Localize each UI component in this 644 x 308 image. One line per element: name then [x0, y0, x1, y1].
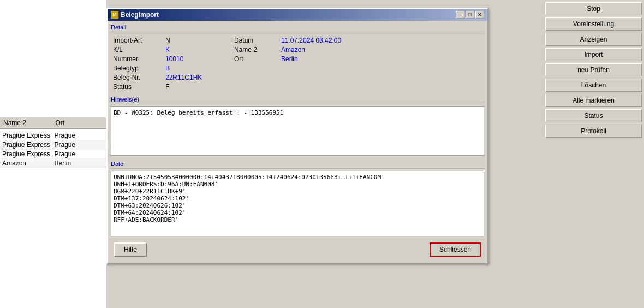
import-art-value: N [165, 37, 231, 44]
list-col-name2: Name 2 [2, 119, 52, 127]
anzeigen-button[interactable]: Anzeigen [545, 33, 642, 46]
belegtyp-label: Belegtyp [113, 64, 162, 72]
minimize-button[interactable]: ─ [456, 11, 464, 19]
nummer-label: Nummer [113, 55, 162, 63]
dialog-title-left: M Belegimport [111, 11, 159, 19]
name2-label: Name 2 [234, 46, 278, 54]
hinweise-label: Hinweis(e) [111, 96, 484, 104]
belegimport-dialog: M Belegimport ─ □ ✕ Detail Import-Art N … [106, 8, 488, 264]
datei-textarea[interactable] [111, 171, 484, 236]
empty3 [234, 74, 278, 81]
dialog-controls: ─ □ ✕ [456, 11, 484, 19]
import-button[interactable]: Import [545, 48, 642, 61]
empty2 [281, 64, 482, 72]
empty6 [281, 83, 482, 91]
list-cell-ort: Berlin [55, 159, 105, 167]
nummer-value: 10010 [165, 55, 231, 63]
kl-value: K [165, 46, 231, 54]
list-cell-name2: Pragiue Express [2, 132, 52, 139]
list-cell-name2: Amazon [2, 159, 52, 167]
detail-section: Detail Import-Art N Datum 11.07.2024 08:… [111, 24, 484, 93]
hilfe-button[interactable]: Hilfe [114, 242, 147, 257]
alle-markieren-button[interactable]: Alle markieren [545, 94, 642, 107]
status-label: Status [113, 83, 162, 91]
list-header: Name 2 Ort [0, 117, 106, 129]
empty1 [234, 64, 278, 72]
dialog-footer: Hilfe Schliessen [111, 242, 484, 260]
list-rows: Pragiue Express Prague Pragiue Express P… [0, 131, 106, 168]
hinweise-section: Hinweis(e) [111, 96, 484, 157]
detail-grid: Import-Art N Datum 11.07.2024 08:42:00 K… [111, 34, 484, 93]
hinweise-textarea[interactable] [111, 106, 484, 156]
dialog-body: Detail Import-Art N Datum 11.07.2024 08:… [108, 21, 487, 263]
import-art-label: Import-Art [113, 37, 162, 44]
list-item[interactable]: Pragiue Express Prague [0, 140, 106, 150]
beleg-nr-value: 22R11C1HK [165, 74, 231, 81]
list-cell-name2: Pragiue Express [2, 141, 52, 149]
close-button[interactable]: ✕ [475, 11, 484, 19]
list-cell-ort: Prague [55, 150, 105, 158]
voreinstellung-button[interactable]: Voreinstellung [545, 17, 642, 31]
dialog-title: Belegimport [121, 11, 159, 19]
list-item[interactable]: Amazon Berlin [0, 159, 106, 168]
status-button[interactable]: Status [545, 109, 642, 122]
dialog-app-icon: M [111, 11, 118, 19]
datei-section: Datei [111, 161, 484, 238]
dialog-titlebar: M Belegimport ─ □ ✕ [108, 9, 487, 21]
list-cell-name2: Pragiue Express [2, 150, 52, 158]
schliessen-button[interactable]: Schliessen [430, 242, 481, 257]
datum-label: Datum [234, 37, 278, 44]
empty4 [281, 74, 482, 81]
list-cell-ort: Prague [55, 132, 105, 139]
beleg-nr-label: Beleg-Nr. [113, 74, 162, 81]
list-cell-ort: Prague [55, 141, 105, 149]
name2-value: Amazon [281, 46, 482, 54]
ort-label: Ort [234, 55, 278, 63]
stop-button[interactable]: Stop [545, 2, 642, 15]
empty5 [234, 83, 278, 91]
belegtyp-value: B [165, 64, 231, 72]
protokoll-button[interactable]: Protokoll [545, 125, 642, 138]
datei-label: Datei [111, 161, 484, 169]
datum-value: 11.07.2024 08:42:00 [281, 37, 482, 44]
kl-label: K/L [113, 46, 162, 54]
status-value: F [165, 83, 231, 91]
sidebar: Stop Voreinstellung Anzeigen Import neu … [543, 0, 644, 308]
detail-section-label: Detail [111, 24, 484, 32]
loeschen-button[interactable]: Löschen [545, 79, 642, 92]
maximize-button[interactable]: □ [466, 11, 474, 19]
ort-value: Berlin [281, 55, 482, 63]
list-area: Name 2 Ort Pragiue Express Prague Pragiu… [0, 0, 106, 308]
list-item[interactable]: Pragiue Express Prague [0, 150, 106, 159]
list-item[interactable]: Pragiue Express Prague [0, 131, 106, 140]
neu-pruefen-button[interactable]: neu Prüfen [545, 63, 642, 76]
list-col-ort: Ort [55, 119, 105, 127]
